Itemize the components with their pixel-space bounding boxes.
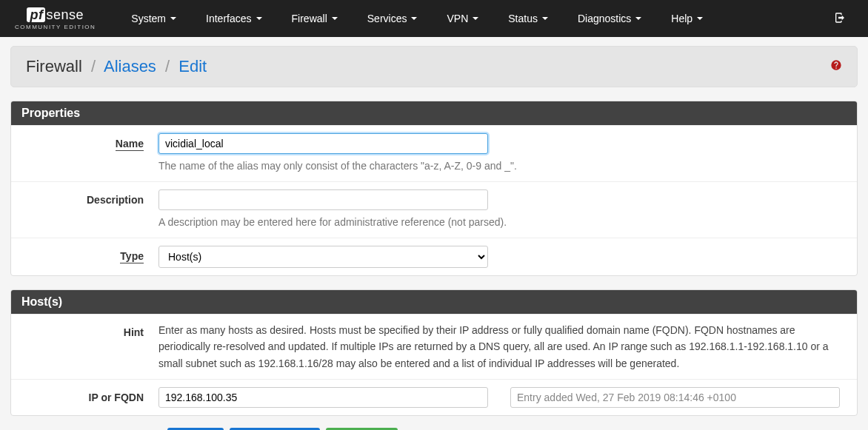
row-hint: Hint Enter as many hosts as desired. Hos… <box>11 314 857 379</box>
ip-input[interactable] <box>158 387 488 408</box>
name-input[interactable] <box>158 133 488 154</box>
row-type: Type Host(s) <box>11 238 857 275</box>
top-navbar: pfsense COMMUNITY EDITION System Interfa… <box>0 0 868 37</box>
caret-icon <box>697 17 703 20</box>
caret-icon <box>411 17 417 20</box>
logo-brand: pfsense <box>27 7 84 23</box>
breadcrumb-root: Firewall <box>26 57 82 75</box>
hint-text: Enter as many hosts as desired. Hosts mu… <box>158 322 847 372</box>
nav-label: Interfaces <box>206 13 251 24</box>
logo[interactable]: pfsense COMMUNITY EDITION <box>15 7 96 30</box>
description-help: A description may be entered here for ad… <box>158 215 840 230</box>
logout-button[interactable] <box>827 4 853 33</box>
row-ip: IP or FQDN <box>11 379 857 415</box>
description-input[interactable] <box>158 189 488 210</box>
caret-icon <box>635 17 641 20</box>
nav-vpn[interactable]: VPN <box>433 2 492 35</box>
nav-label: Diagnostics <box>578 13 631 24</box>
label-description: Description <box>21 189 158 230</box>
row-description: Description A description may be entered… <box>11 181 857 238</box>
type-select[interactable]: Host(s) <box>158 246 488 268</box>
label-type: Type <box>21 246 158 268</box>
nav-label: System <box>131 13 166 24</box>
name-help: The name of the alias may only consist o… <box>158 158 840 174</box>
breadcrumb-sep: / <box>91 57 96 75</box>
row-name: Name The name of the alias may only cons… <box>11 125 857 181</box>
label-name: Name <box>21 133 158 174</box>
properties-panel: Properties Name The name of the alias ma… <box>10 101 858 276</box>
nav-label: Services <box>367 13 407 24</box>
logo-subtitle: COMMUNITY EDITION <box>15 24 96 30</box>
breadcrumb-edit-link[interactable]: Edit <box>178 57 207 75</box>
properties-header: Properties <box>11 101 857 125</box>
question-circle-icon <box>830 59 842 71</box>
caret-icon <box>332 17 338 20</box>
nav-firewall[interactable]: Firewall <box>278 2 351 35</box>
nav-system[interactable]: System <box>118 2 190 35</box>
label-hint: Hint <box>21 322 158 372</box>
caret-icon <box>256 17 262 20</box>
nav-services[interactable]: Services <box>354 2 431 35</box>
caret-icon <box>473 17 478 20</box>
nav-label: Status <box>508 13 538 24</box>
caret-icon <box>170 17 176 20</box>
nav-help[interactable]: Help <box>658 2 716 35</box>
nav-status[interactable]: Status <box>495 2 561 35</box>
label-ip: IP or FQDN <box>21 387 158 408</box>
caret-icon <box>542 17 548 20</box>
breadcrumb: Firewall / Aliases / Edit <box>26 57 207 76</box>
hosts-panel: Host(s) Hint Enter as many hosts as desi… <box>10 289 858 416</box>
nav-label: VPN <box>447 13 468 24</box>
breadcrumb-sep: / <box>165 57 170 75</box>
nav-interfaces[interactable]: Interfaces <box>193 2 275 35</box>
nav-label: Firewall <box>292 13 327 24</box>
breadcrumb-aliases-link[interactable]: Aliases <box>104 57 156 75</box>
entry-description-input[interactable] <box>510 387 840 408</box>
hosts-header: Host(s) <box>11 290 857 314</box>
nav-label: Help <box>671 13 692 24</box>
logout-icon <box>834 12 846 24</box>
nav-items: System Interfaces Firewall Services VPN … <box>118 2 827 35</box>
page-help-button[interactable] <box>830 59 842 74</box>
breadcrumb-bar: Firewall / Aliases / Edit <box>10 46 858 87</box>
nav-diagnostics[interactable]: Diagnostics <box>564 2 655 35</box>
